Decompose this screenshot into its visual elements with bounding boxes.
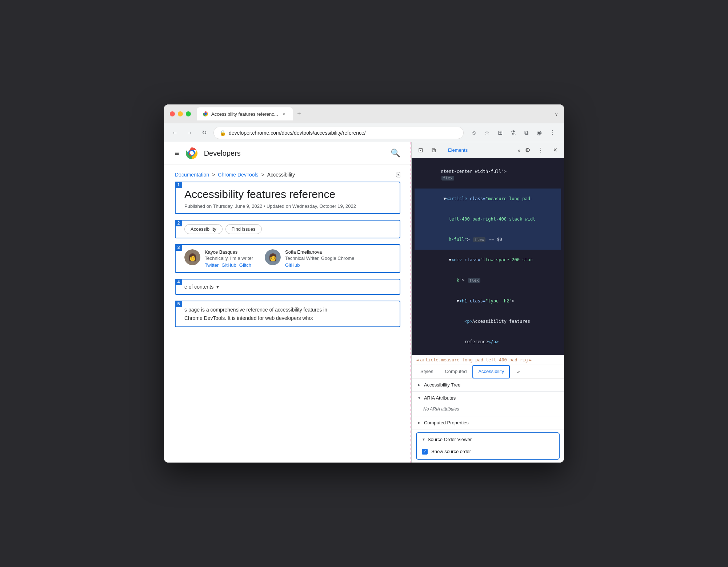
share-icon[interactable]: ⎋ — [468, 127, 480, 139]
tab-close-button[interactable]: × — [281, 111, 287, 117]
author-1: 👩 Kayce Basques Technically, I'm a write… — [184, 249, 253, 268]
close-traffic-light[interactable] — [170, 111, 175, 116]
tab-bar: Accessibility features referenc... × + — [197, 107, 552, 120]
accessibility-panel-content: ► Accessibility Tree ▼ ARIA Attributes N… — [412, 378, 564, 463]
show-source-order-label: Show source order — [431, 449, 471, 454]
toc-chevron-icon[interactable]: ▾ — [216, 284, 219, 290]
url-field[interactable]: 🔒 developer.chrome.com/docs/devtools/acc… — [213, 127, 464, 139]
code-line-2c: h-full"> flex == $0 — [415, 229, 561, 250]
author-1-github[interactable]: GitHub — [221, 262, 236, 268]
device-toolbar-button[interactable]: ⧉ — [428, 144, 439, 156]
search-button[interactable]: 🔍 — [391, 148, 400, 158]
aria-attributes-title: ARIA Attributes — [424, 395, 456, 401]
breadcrumb-right-arrow[interactable]: ► — [529, 357, 532, 362]
aria-attributes-triangle: ▼ — [417, 396, 421, 400]
elements-panel-tab[interactable]: Elements — [444, 145, 472, 155]
accessibility-subtab[interactable]: Accessibility — [472, 365, 510, 378]
breadcrumb-sep1: > — [212, 172, 215, 178]
devtools-menu-button[interactable]: ⋮ — [535, 144, 547, 156]
no-aria-text: No ARIA attributes — [412, 404, 564, 416]
find-issues-tab-pill[interactable]: Find issues — [225, 224, 262, 234]
computed-properties-section: ► Computed Properties — [412, 416, 564, 429]
accessibility-tree-title: Accessibility Tree — [424, 382, 460, 388]
devtools-panel: ⊡ ⧉ Elements » ⚙ ⋮ × ntent-center width-… — [411, 142, 564, 463]
back-button[interactable]: ← — [170, 128, 180, 138]
more-subtabs-button[interactable]: » — [511, 365, 525, 378]
page-tabs: Accessibility Find issues — [176, 221, 400, 238]
author-1-avatar: 👩 — [184, 249, 200, 265]
author-2-name: Sofia Emelianova — [285, 249, 355, 255]
code-line-5: <p>Accessibility features — [415, 311, 561, 332]
author-2-title: Technical Writer, Google Chrome — [285, 255, 355, 261]
chrome-menu-icon[interactable]: ⋮ — [547, 127, 558, 139]
reload-button[interactable]: ↻ — [199, 128, 209, 138]
devtools-close-button[interactable]: × — [549, 144, 561, 156]
breadcrumb-left-arrow[interactable]: ◄ — [416, 357, 419, 362]
breadcrumb-sep2: > — [261, 172, 264, 178]
sov-triangle-icon: ▼ — [422, 437, 425, 441]
brand-name: Developers — [204, 149, 241, 158]
source-order-badge-1: 1 — [175, 182, 182, 188]
accessibility-tab-pill[interactable]: Accessibility — [184, 224, 223, 234]
devtools-toolbar: ⊡ ⧉ Elements » ⚙ ⋮ × — [412, 142, 564, 158]
tab-title: Accessibility features referenc... — [211, 111, 278, 117]
source-block-4[interactable]: 4 e of contents ▾ — [175, 279, 400, 295]
aria-attributes-section: ▼ ARIA Attributes No ARIA attributes — [412, 392, 564, 416]
split-icon[interactable]: ⧉ — [520, 127, 532, 139]
breadcrumb-devtools[interactable]: Chrome DevTools — [218, 172, 258, 178]
source-order-viewer: ▼ Source Order Viewer ✓ Show source orde… — [416, 432, 560, 460]
aria-attributes-header[interactable]: ▼ ARIA Attributes — [412, 392, 564, 404]
desc-line-1: s page is a comprehensive reference of a… — [184, 306, 394, 314]
author-1-info: Kayce Basques Technically, I'm a writer … — [205, 249, 253, 268]
window-controls-chevron[interactable]: ∨ — [555, 111, 558, 117]
lab-icon[interactable]: ⚗ — [507, 127, 519, 139]
code-line-2[interactable]: ▼<article class="measure-long pad- — [415, 189, 561, 209]
author-1-links: Twitter GitHub Glitch — [205, 262, 253, 268]
source-order-badge-5: 5 — [175, 301, 182, 307]
page-header: ≡ Developers 🔍 — [164, 142, 411, 164]
computed-properties-header[interactable]: ► Computed Properties — [412, 416, 564, 429]
author-2-github[interactable]: GitHub — [285, 262, 300, 268]
new-tab-button[interactable]: + — [294, 109, 304, 119]
styles-subtab[interactable]: Styles — [415, 365, 439, 378]
source-order-viewer-header[interactable]: ▼ Source Order Viewer — [417, 433, 559, 446]
source-order-badge-4: 4 — [175, 279, 182, 285]
extensions-icon[interactable]: ⊞ — [494, 127, 506, 139]
accessibility-tree-triangle: ► — [417, 383, 421, 387]
computed-properties-title: Computed Properties — [424, 420, 469, 425]
source-block-5: 5 s page is a comprehensive reference of… — [175, 301, 400, 327]
source-block-1: 1 Accessibility features reference Publi… — [175, 182, 400, 214]
element-path[interactable]: article.measure-long.pad-left-400.pad-ri… — [420, 357, 528, 362]
desc-line-2: Chrome DevTools. It is intended for web … — [184, 314, 394, 322]
inspect-element-button[interactable]: ⊡ — [415, 144, 426, 156]
code-line-4: ▼<h1 class="type--h2"> — [415, 291, 561, 311]
minimize-traffic-light[interactable] — [178, 111, 183, 116]
more-panels-button[interactable]: » — [517, 147, 520, 153]
element-subtabs: Styles Computed Accessibility » — [412, 365, 564, 378]
computed-subtab[interactable]: Computed — [439, 365, 472, 378]
maximize-traffic-light[interactable] — [186, 111, 191, 116]
forward-button[interactable]: → — [184, 128, 195, 138]
devtools-settings-button[interactable]: ⚙ — [522, 144, 533, 156]
traffic-lights — [170, 111, 191, 116]
source-order-viewer-title: Source Order Viewer — [428, 437, 472, 442]
bookmark-icon[interactable]: ☆ — [481, 127, 493, 139]
breadcrumb-current: Accessibility — [267, 172, 295, 178]
main-area: ≡ Developers 🔍 Documentation — [164, 142, 564, 463]
chrome-favicon — [203, 111, 208, 117]
author-1-twitter[interactable]: Twitter — [205, 262, 219, 268]
breadcrumb-docs[interactable]: Documentation — [175, 172, 209, 178]
account-icon[interactable]: ◉ — [533, 127, 545, 139]
accessibility-tree-header[interactable]: ► Accessibility Tree — [412, 378, 564, 391]
computed-properties-triangle: ► — [417, 421, 421, 425]
share-button[interactable]: ⎘ — [396, 170, 400, 179]
code-line-6: reference</p> — [415, 332, 561, 352]
show-source-order-checkbox[interactable]: ✓ — [422, 449, 428, 455]
author-1-glitch[interactable]: Glitch — [239, 262, 251, 268]
elements-code-panel: ntent-center width-full"> flex ▼<article… — [412, 158, 564, 355]
browser-window: Accessibility features referenc... × + ∨… — [164, 104, 564, 463]
active-tab[interactable]: Accessibility features referenc... × — [197, 107, 293, 120]
hamburger-menu[interactable]: ≡ — [175, 149, 179, 158]
source-block-2: 2 Accessibility Find issues — [175, 220, 400, 238]
url-text: developer.chrome.com/docs/devtools/acces… — [229, 130, 457, 136]
